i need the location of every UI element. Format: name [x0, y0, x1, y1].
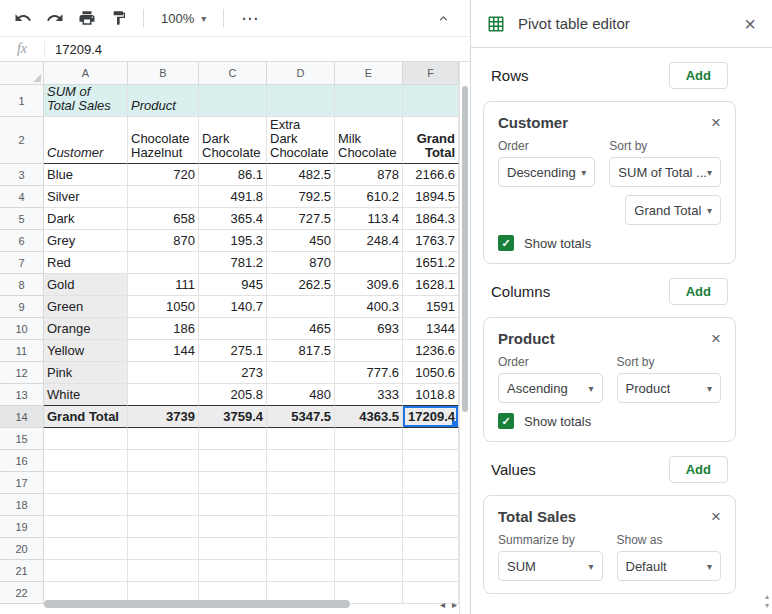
cell-C3[interactable]: 86.1: [199, 164, 267, 186]
cell-A19[interactable]: [44, 516, 128, 538]
cell-D2[interactable]: Extra Dark Chocolate: [267, 117, 335, 164]
cell-F15[interactable]: [403, 428, 459, 450]
cell-E4[interactable]: 610.2: [335, 186, 403, 208]
cell-D10[interactable]: 465: [267, 318, 335, 340]
cell-F11[interactable]: 1236.6: [403, 340, 459, 362]
row-header-16[interactable]: 16: [0, 450, 44, 472]
cell-B14[interactable]: 3739: [128, 406, 199, 428]
scroll-up-icon[interactable]: ▴: [765, 593, 769, 601]
cell-B5[interactable]: 658: [128, 208, 199, 230]
cell-F13[interactable]: 1018.8: [403, 384, 459, 406]
cell-D6[interactable]: 450: [267, 230, 335, 252]
fill-handle[interactable]: [452, 421, 458, 427]
add-columns-button[interactable]: Add: [669, 278, 728, 305]
cell-B8[interactable]: 111: [128, 274, 199, 296]
paint-format-button[interactable]: [104, 4, 134, 32]
cell-D4[interactable]: 792.5: [267, 186, 335, 208]
cell-E21[interactable]: [335, 560, 403, 582]
scroll-left-icon[interactable]: ◂: [440, 600, 445, 610]
row-header-15[interactable]: 15: [0, 428, 44, 450]
cell-A17[interactable]: [44, 472, 128, 494]
cell-F8[interactable]: 1628.1: [403, 274, 459, 296]
panel-scroll-arrows[interactable]: ▴ ▾: [765, 593, 769, 610]
undo-button[interactable]: [8, 4, 38, 32]
row-header-20[interactable]: 20: [0, 538, 44, 560]
cell-A16[interactable]: [44, 450, 128, 472]
scroll-down-icon[interactable]: ▾: [765, 602, 769, 610]
row-header-5[interactable]: 5: [0, 208, 44, 230]
cell-D9[interactable]: [267, 296, 335, 318]
row-header-2[interactable]: 2: [0, 117, 44, 164]
cell-E15[interactable]: [335, 428, 403, 450]
cell-E7[interactable]: [335, 252, 403, 274]
cell-B4[interactable]: [128, 186, 199, 208]
redo-button[interactable]: [40, 4, 70, 32]
column-header-D[interactable]: D: [267, 62, 335, 85]
cell-A9[interactable]: Green: [44, 296, 128, 318]
cell-B2[interactable]: Chocolate Hazelnut: [128, 117, 199, 164]
cell-B12[interactable]: [128, 362, 199, 384]
row-header-3[interactable]: 3: [0, 164, 44, 186]
cell-A13[interactable]: White: [44, 384, 128, 406]
cell-B9[interactable]: 1050: [128, 296, 199, 318]
cell-A18[interactable]: [44, 494, 128, 516]
cell-A5[interactable]: Dark: [44, 208, 128, 230]
add-rows-button[interactable]: Add: [669, 62, 728, 89]
cell-F6[interactable]: 1763.7: [403, 230, 459, 252]
cell-D12[interactable]: [267, 362, 335, 384]
cell-E9[interactable]: 400.3: [335, 296, 403, 318]
cell-F19[interactable]: [403, 516, 459, 538]
cell-C8[interactable]: 945: [199, 274, 267, 296]
cell-E3[interactable]: 878: [335, 164, 403, 186]
cell-A7[interactable]: Red: [44, 252, 128, 274]
cell-E6[interactable]: 248.4: [335, 230, 403, 252]
cell-D14[interactable]: 5347.5: [267, 406, 335, 428]
cell-D16[interactable]: [267, 450, 335, 472]
cell-F20[interactable]: [403, 538, 459, 560]
cell-F12[interactable]: 1050.6: [403, 362, 459, 384]
order-dropdown[interactable]: Descending ▾: [498, 157, 595, 187]
cell-D19[interactable]: [267, 516, 335, 538]
cell-A14[interactable]: Grand Total: [44, 406, 128, 428]
cell-B13[interactable]: [128, 384, 199, 406]
cell-E12[interactable]: 777.6: [335, 362, 403, 384]
cell-C5[interactable]: 365.4: [199, 208, 267, 230]
cell-E20[interactable]: [335, 538, 403, 560]
sort-by-dropdown[interactable]: Product ▾: [617, 373, 722, 403]
cell-C17[interactable]: [199, 472, 267, 494]
show-totals-checkbox[interactable]: ✓: [498, 413, 514, 429]
cell-F3[interactable]: 2166.6: [403, 164, 459, 186]
cell-C14[interactable]: 3759.4: [199, 406, 267, 428]
cell-D5[interactable]: 727.5: [267, 208, 335, 230]
cell-F9[interactable]: 1591: [403, 296, 459, 318]
cell-E8[interactable]: 309.6: [335, 274, 403, 296]
cell-B6[interactable]: 870: [128, 230, 199, 252]
cell-C4[interactable]: 491.8: [199, 186, 267, 208]
cell-A1[interactable]: SUM of Total Sales: [44, 85, 128, 117]
vertical-scrollbar-thumb[interactable]: [462, 86, 468, 412]
cell-A20[interactable]: [44, 538, 128, 560]
select-all-button[interactable]: [0, 62, 44, 85]
row-header-12[interactable]: 12: [0, 362, 44, 384]
cell-F16[interactable]: [403, 450, 459, 472]
cell-C15[interactable]: [199, 428, 267, 450]
formula-input[interactable]: 17209.4: [45, 42, 102, 57]
cell-E5[interactable]: 113.4: [335, 208, 403, 230]
selected-cell-F14[interactable]: 17209.4: [403, 406, 459, 428]
cell-B21[interactable]: [128, 560, 199, 582]
row-header-9[interactable]: 9: [0, 296, 44, 318]
cell-E2[interactable]: Milk Chocolate: [335, 117, 403, 164]
cell-A15[interactable]: [44, 428, 128, 450]
sort-by-secondary-dropdown[interactable]: Grand Total ▾: [625, 195, 721, 225]
show-as-dropdown[interactable]: Default ▾: [617, 551, 722, 581]
cell-B1[interactable]: Product: [128, 85, 199, 117]
cell-B15[interactable]: [128, 428, 199, 450]
row-header-8[interactable]: 8: [0, 274, 44, 296]
cell-C9[interactable]: 140.7: [199, 296, 267, 318]
cell-E18[interactable]: [335, 494, 403, 516]
show-totals-checkbox[interactable]: ✓: [498, 235, 514, 251]
cell-F5[interactable]: 1864.3: [403, 208, 459, 230]
cell-C12[interactable]: 273: [199, 362, 267, 384]
cell-A3[interactable]: Blue: [44, 164, 128, 186]
close-panel-button[interactable]: ×: [744, 14, 756, 34]
